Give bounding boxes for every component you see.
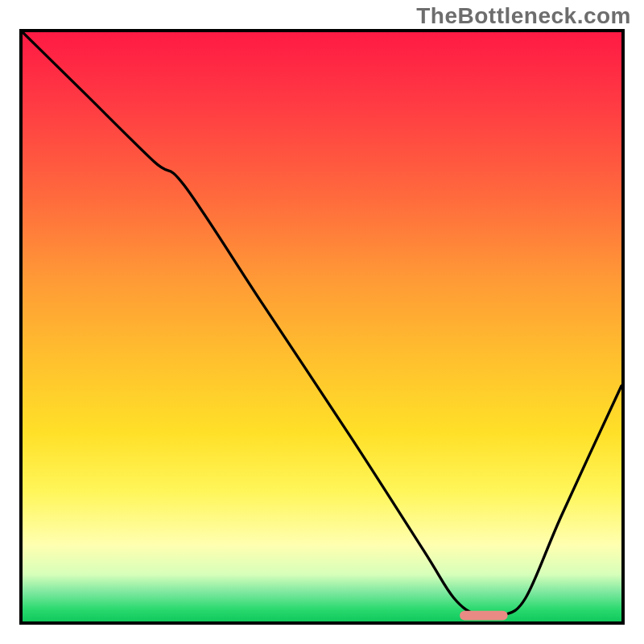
minimum-band-marker (460, 611, 508, 621)
curve-layer (23, 32, 621, 621)
chart-stage: TheBottleneck.com (0, 0, 644, 644)
bottleneck-curve (23, 32, 621, 617)
plot-frame (19, 29, 625, 625)
watermark-text: TheBottleneck.com (416, 3, 631, 29)
